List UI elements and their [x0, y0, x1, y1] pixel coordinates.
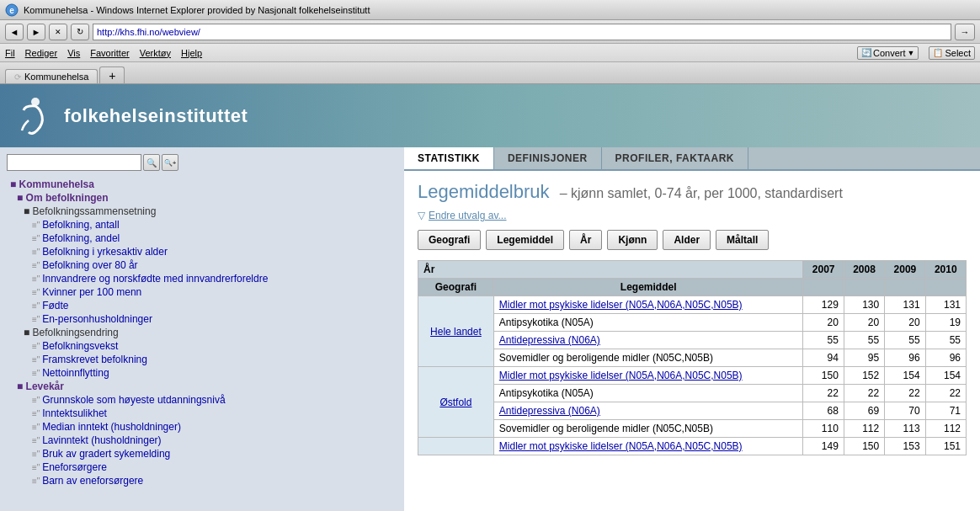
table-row: Antidepressiva (N06A) 55 55 55 55 — [418, 332, 967, 349]
tree-item-innvandrere[interactable]: ≡" Innvandrere og norskfødte med innvand… — [7, 272, 397, 285]
tree-item-befolkning-antall[interactable]: ≡" Befolkning, antall — [7, 218, 397, 232]
medicine-cell: Midler mot psykiske lidelser (N05A,N06A,… — [493, 367, 803, 385]
year-2008: 2008 — [844, 261, 884, 279]
val-cell: 20 — [885, 314, 925, 332]
medicine-link[interactable]: Antidepressiva (N06A) — [499, 334, 600, 346]
browser-title: Kommunehelsa - Windows Internet Explorer… — [24, 5, 370, 15]
val-cell: 112 — [844, 420, 884, 438]
table-row: Antipsykotika (N05A) 22 22 22 22 — [418, 385, 967, 402]
val-cell: 150 — [844, 438, 884, 455]
tree: ■ Kommunehelsa ■ Om befolkningen ■ Befol… — [7, 178, 397, 487]
search-button[interactable]: 🔍 — [143, 154, 160, 171]
tree-item-fodte[interactable]: ≡" Fødte — [7, 299, 397, 312]
val-cell: 22 — [803, 385, 844, 402]
table-row: Midler mot psykiske lidelser (N05A,N06A,… — [418, 438, 967, 455]
tree-item-befolkningssammensetning[interactable]: ■ Befolkningssammensetning — [7, 205, 397, 218]
page-wrapper: folkehelseinstituttet 🔍 🔍+ ■ Kommunehels… — [0, 84, 980, 511]
tab-profiler[interactable]: PROFILER, FAKTAARK — [602, 147, 748, 169]
back-button[interactable]: ◄ — [5, 24, 24, 40]
main-layout: 🔍 🔍+ ■ Kommunehelsa ■ Om befolkningen ■ … — [0, 147, 980, 511]
menu-hjelp[interactable]: Hjelp — [181, 48, 202, 58]
table-row: Sovemidler og beroligende midler (N05C,N… — [418, 420, 967, 438]
val-cell: 96 — [885, 349, 925, 367]
browser-tab[interactable]: ⟳ Kommunehelsa — [5, 69, 98, 83]
sidebar: 🔍 🔍+ ■ Kommunehelsa ■ Om befolkningen ■ … — [0, 147, 404, 511]
search-advanced-button[interactable]: 🔍+ — [162, 154, 178, 171]
tree-item-levekar[interactable]: ■ Levekår — [7, 380, 397, 393]
tree-item-kvinner-menn[interactable]: ≡" Kvinner per 100 menn — [7, 285, 397, 299]
select-button[interactable]: 📋 Select — [929, 46, 975, 60]
tree-item-befolkningsvekst[interactable]: ≡" Befolkningsvekst — [7, 339, 397, 353]
table-row: Antipsykotika (N05A) 20 20 20 19 — [418, 314, 967, 332]
filter-alder[interactable]: Alder — [663, 230, 711, 250]
val-cell: 55 — [844, 332, 884, 349]
site-header: folkehelseinstituttet — [0, 84, 980, 147]
tab-statistikk[interactable]: STATISTIKK — [404, 147, 494, 169]
medicine-link[interactable]: Antidepressiva (N06A) — [499, 405, 600, 417]
table-row: Østfold Midler mot psykiske lidelser (N0… — [418, 367, 967, 385]
val-cell: 131 — [885, 296, 925, 314]
refresh-button[interactable]: ↻ — [71, 24, 89, 40]
tree-item-befolkning-over80[interactable]: ≡" Befolkning over 80 år — [7, 258, 397, 272]
medicine-cell: Antidepressiva (N06A) — [493, 332, 803, 349]
medicine-link[interactable]: Midler mot psykiske lidelser (N05A,N06A,… — [499, 440, 743, 452]
tree-item-om-befolkningen[interactable]: ■ Om befolkningen — [7, 191, 397, 205]
tree-item-barn-eneforsorgere[interactable]: ≡" Barn av eneforsørgere — [7, 474, 397, 487]
menu-fil[interactable]: Fil — [5, 48, 15, 58]
menu-verktoy[interactable]: Verktøy — [140, 48, 171, 58]
val-cell: 96 — [925, 349, 966, 367]
tree-root-kommunehelsa[interactable]: ■ Kommunehelsa — [7, 178, 397, 191]
tree-item-befolkningsendring[interactable]: ■ Befolkningsendring — [7, 326, 397, 339]
tree-item-lavinntekt[interactable]: ≡" Lavinntekt (husholdninger) — [7, 434, 397, 447]
tree-item-inntektsulikhet[interactable]: ≡" Inntektsulikhet — [7, 407, 397, 420]
val-cell: 154 — [885, 367, 925, 385]
filter-buttons: Geografi Legemiddel År Kjønn Alder Målta… — [418, 230, 967, 250]
go-button[interactable]: → — [955, 24, 975, 40]
new-tab-button[interactable]: + — [99, 67, 125, 83]
medicine-link[interactable]: Midler mot psykiske lidelser (N05A,N06A,… — [499, 370, 743, 381]
val-cell: 152 — [844, 367, 884, 385]
filter-ar[interactable]: År — [569, 230, 602, 250]
forward-button[interactable]: ► — [27, 24, 45, 40]
val-cell: 22 — [885, 385, 925, 402]
filter-geografi[interactable]: Geografi — [418, 230, 481, 250]
menu-vis[interactable]: Vis — [67, 48, 80, 58]
val-cell: 55 — [925, 332, 966, 349]
stop-button[interactable]: ✕ — [49, 24, 67, 40]
col-empty-1 — [803, 279, 844, 296]
tree-item-eneforsorgere[interactable]: ≡" Eneforsørgere — [7, 460, 397, 474]
val-cell: 69 — [844, 402, 884, 420]
val-cell: 20 — [844, 314, 884, 332]
endre-link[interactable]: ▽ Endre utvalg av... — [418, 210, 967, 221]
filter-legemiddel[interactable]: Legemiddel — [486, 230, 564, 250]
filter-kjonn[interactable]: Kjønn — [607, 230, 658, 250]
geo-link-ostfold[interactable]: Østfold — [439, 397, 471, 408]
menu-favoritter[interactable]: Favoritter — [90, 48, 129, 58]
val-cell: 131 — [925, 296, 966, 314]
col-geografi: Geografi — [418, 279, 494, 296]
tree-item-median-inntekt[interactable]: ≡" Median inntekt (husholdninger) — [7, 420, 397, 434]
tree-item-framskrevet[interactable]: ≡" Framskrevet befolkning — [7, 353, 397, 366]
tree-item-gradert-sykemelding[interactable]: ≡" Bruk av gradert sykemelding — [7, 447, 397, 460]
medicine-link[interactable]: Midler mot psykiske lidelser (N05A,N06A,… — [499, 299, 743, 311]
menu-rediger[interactable]: Rediger — [25, 48, 58, 58]
convert-button[interactable]: 🔄 Convert ▼ — [857, 46, 919, 60]
year-2009: 2009 — [885, 261, 925, 279]
tree-item-grunnskole[interactable]: ≡" Grunnskole som høyeste utdanningsnivå — [7, 393, 397, 407]
medicine-cell: Antipsykotika (N05A) — [493, 314, 803, 332]
val-cell: 68 — [803, 402, 844, 420]
table-row: Antidepressiva (N06A) 68 69 70 71 — [418, 402, 967, 420]
filter-maltall[interactable]: Måltall — [716, 230, 769, 250]
data-table: År 2007 2008 2009 2010 Geografi Legemidd… — [418, 260, 967, 455]
col-empty-2 — [844, 279, 884, 296]
tree-item-befolkning-andel[interactable]: ≡" Befolkning, andel — [7, 232, 397, 245]
content-tabs: STATISTIKK DEFINISJONER PROFILER, FAKTAA… — [404, 147, 980, 171]
address-bar[interactable] — [93, 24, 951, 40]
geo-link-hele-landet[interactable]: Hele landet — [430, 326, 482, 338]
tree-item-nettoinnflytting[interactable]: ≡" Nettoinnflytting — [7, 366, 397, 380]
search-input[interactable] — [7, 154, 141, 171]
tree-item-en-personhusholdninger[interactable]: ≡" En-personhusholdninger — [7, 312, 397, 326]
tree-item-befolkning-yrkesaktiv[interactable]: ≡" Befolkning i yrkesaktiv alder — [7, 245, 397, 258]
tab-definisjoner[interactable]: DEFINISJONER — [494, 147, 602, 169]
val-cell: 129 — [803, 296, 844, 314]
